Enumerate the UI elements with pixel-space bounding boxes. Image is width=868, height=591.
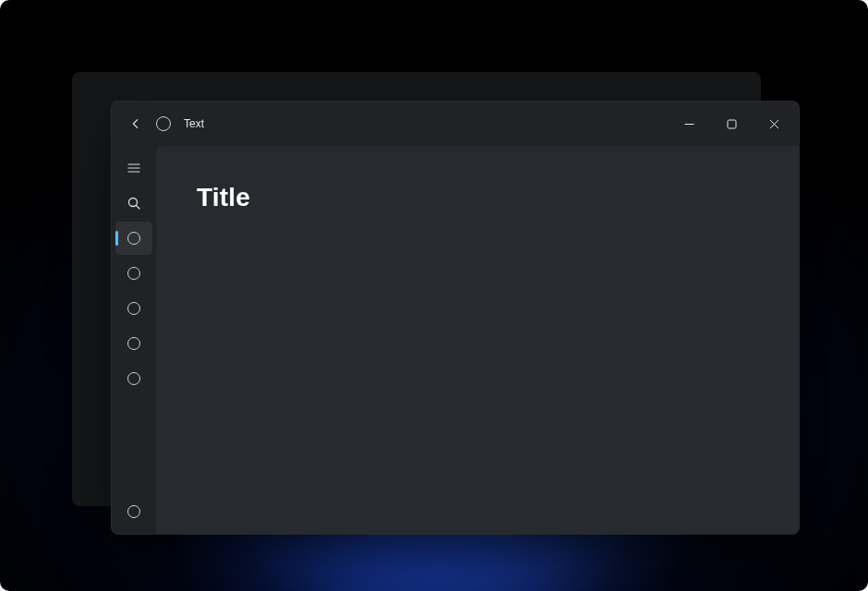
hamburger-icon xyxy=(127,161,141,175)
nav-item-2[interactable] xyxy=(115,257,152,290)
maximize-icon xyxy=(727,119,737,129)
minimize-icon xyxy=(684,119,694,129)
title-bar: Text xyxy=(112,102,799,146)
desktop-wallpaper: Text xyxy=(0,0,868,591)
minimize-button[interactable] xyxy=(668,109,710,139)
close-button[interactable] xyxy=(753,109,795,139)
nav-item-placeholder-icon xyxy=(127,232,140,245)
nav-item-placeholder-icon xyxy=(127,302,140,315)
page-title: Title xyxy=(197,183,758,212)
window-body: Title xyxy=(112,146,799,534)
app-window: Text xyxy=(111,101,800,535)
nav-item-placeholder-icon xyxy=(127,337,140,350)
nav-item-placeholder-icon xyxy=(127,505,140,518)
nav-search-button[interactable] xyxy=(115,187,152,220)
back-arrow-icon xyxy=(129,117,142,130)
nav-menu-button[interactable] xyxy=(115,151,152,185)
title-bar-left: Text xyxy=(121,109,204,139)
nav-footer-item[interactable] xyxy=(115,495,152,528)
nav-item-3[interactable] xyxy=(115,292,152,325)
back-button[interactable] xyxy=(121,109,151,139)
window-title-text: Text xyxy=(184,117,204,130)
nav-item-placeholder-icon xyxy=(127,267,140,280)
content-frame: Title xyxy=(156,146,799,534)
maximize-button[interactable] xyxy=(710,109,753,139)
nav-item-placeholder-icon xyxy=(127,372,140,385)
nav-rail xyxy=(112,146,156,534)
nav-item-1[interactable] xyxy=(115,222,152,255)
svg-line-8 xyxy=(137,206,140,210)
svg-rect-1 xyxy=(728,120,736,128)
nav-item-4[interactable] xyxy=(115,327,152,360)
window-title-icon xyxy=(156,116,171,131)
close-icon xyxy=(769,119,779,129)
nav-item-5[interactable] xyxy=(115,362,152,395)
search-icon xyxy=(127,196,141,211)
